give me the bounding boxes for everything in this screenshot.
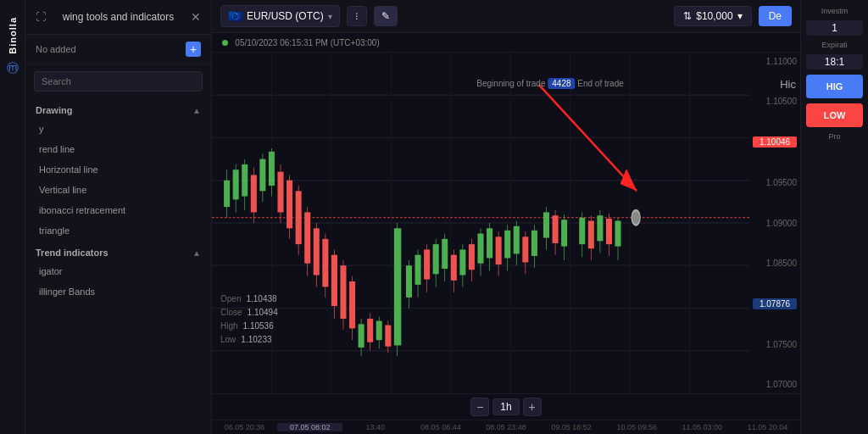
indicators-icon: ⫶	[354, 10, 359, 22]
trade-end-text: End of trade	[577, 79, 623, 88]
svg-rect-101	[615, 220, 621, 246]
price-3: 1.09500	[753, 178, 797, 187]
time-tick-6: 09.05 16:52	[539, 423, 604, 431]
svg-rect-63	[433, 244, 439, 274]
open-label: Open	[220, 292, 241, 306]
trade-badge: 4428	[548, 78, 575, 89]
timeframe-label: 1h	[492, 398, 519, 415]
expand-icon[interactable]: ⛶	[36, 11, 46, 23]
tool-item-bollinger[interactable]: illinger Bands	[25, 281, 211, 302]
svg-rect-75	[487, 228, 492, 258]
pair-selector[interactable]: 🇪🇺 EUR/USD (OTC) ▾	[220, 5, 340, 27]
svg-rect-55	[394, 228, 401, 345]
svg-rect-31	[287, 181, 292, 229]
search-input[interactable]	[34, 71, 203, 92]
balance-dropdown-icon: ▾	[737, 10, 743, 22]
brand-name: Binolla	[8, 17, 18, 54]
svg-rect-47	[359, 324, 364, 348]
tool-item-trendline[interactable]: rend line	[25, 139, 211, 159]
no-added-label: No added	[36, 44, 76, 54]
svg-rect-65	[442, 239, 448, 269]
svg-rect-73	[477, 234, 483, 264]
brand-icon: ⓜ	[7, 61, 19, 76]
chart-container: 🇪🇺 EUR/USD (OTC) ▾ ⫶ ✎ ⇅ $10,000 ▾ De	[212, 0, 800, 434]
svg-rect-71	[469, 244, 475, 270]
zoom-plus-button[interactable]: +	[523, 398, 542, 416]
pencil-icon: ✎	[381, 10, 390, 22]
svg-rect-21	[242, 164, 248, 197]
drawing-tool-button[interactable]: ✎	[374, 6, 398, 26]
indicators-button[interactable]: ⫶	[347, 6, 367, 26]
tool-item-alligator[interactable]: igator	[25, 261, 211, 281]
time-tick-1: 06.05 20:36	[212, 423, 277, 431]
current-price-label: 1.10046	[753, 136, 797, 147]
brand-sidebar: Binolla ⓜ	[0, 0, 25, 434]
chart-bottombar: − 1h +	[212, 393, 800, 420]
svg-rect-69	[459, 249, 465, 275]
zoom-minus-button[interactable]: −	[470, 398, 489, 416]
profit-label: Pro	[806, 132, 863, 141]
trend-collapse-icon: ▲	[192, 248, 201, 258]
balance-value: $10,000	[696, 10, 732, 22]
price-axis: 1.11000 1.10500 1.10046 1.09500 1.09000 …	[749, 53, 800, 393]
time-tick-3: 13:40	[342, 423, 408, 431]
time-tick-5: 08.05 23:48	[473, 423, 538, 431]
tool-item-triangle[interactable]: triangle	[25, 220, 211, 241]
no-added-section: No added +	[25, 35, 211, 64]
svg-rect-35	[304, 212, 310, 263]
svg-rect-59	[415, 255, 421, 285]
svg-rect-25	[259, 159, 265, 192]
close-icon[interactable]: ✕	[191, 10, 201, 24]
svg-rect-83	[522, 236, 528, 262]
svg-rect-51	[376, 321, 382, 341]
price-7: 1.07500	[753, 340, 797, 349]
time-tick-8: 11.05 03:00	[670, 423, 735, 431]
pair-name: EUR/USD (OTC)	[247, 10, 324, 22]
tool-item-vertical[interactable]: Vertical line	[25, 180, 211, 200]
tool-item-fibonacci[interactable]: ibonacci retracement	[25, 200, 211, 220]
add-button[interactable]: +	[186, 42, 201, 57]
tool-item-horizontal[interactable]: Horizontal line	[25, 159, 211, 180]
svg-rect-91	[561, 220, 567, 246]
ohlc-box: Open 1.10438 Close 1.10494 High 1.10536 …	[220, 292, 278, 347]
hic-label: Hic	[780, 78, 796, 91]
svg-rect-37	[314, 228, 320, 275]
low-button[interactable]: LOW	[806, 103, 863, 127]
svg-rect-85	[531, 231, 537, 256]
svg-rect-97	[597, 215, 603, 241]
candlestick-chart	[212, 53, 749, 393]
timestamp-bar: 05/10/2023 06:15:31 PM (UTC+03:00)	[212, 33, 800, 53]
svg-rect-53	[385, 326, 391, 347]
svg-rect-17	[224, 181, 230, 207]
trade-info: Beginning of trade 4428 End of trade	[476, 78, 623, 89]
chart-area[interactable]: Beginning of trade 4428 End of trade Ope…	[212, 53, 800, 393]
deposit-button[interactable]: De	[759, 6, 792, 26]
investment-label: Investm	[806, 7, 863, 15]
svg-point-102	[632, 210, 640, 225]
svg-rect-95	[588, 220, 594, 248]
price-8: 1.07000	[753, 380, 797, 389]
expiration-value: 18:1	[806, 54, 863, 70]
time-tick-2: 07.05 08:02	[277, 423, 342, 431]
high-button[interactable]: HIG	[806, 75, 863, 98]
svg-rect-93	[579, 218, 585, 244]
time-tick-4: 08.05 06:44	[408, 423, 473, 431]
svg-rect-61	[424, 249, 430, 279]
close-label: Close	[220, 306, 242, 320]
trend-section-header[interactable]: Trend indicators ▲	[25, 241, 211, 261]
svg-rect-79	[504, 231, 510, 259]
time-axis: 06.05 20:36 07.05 08:02 13:40 08.05 06:4…	[212, 420, 800, 434]
balance-button[interactable]: ⇅ $10,000 ▾	[674, 6, 751, 26]
time-controls: − 1h +	[470, 398, 541, 416]
tools-title: wing tools and indicators	[63, 11, 174, 23]
live-indicator	[222, 40, 228, 46]
investment-value: 1	[806, 20, 863, 36]
svg-rect-89	[553, 215, 559, 243]
flag-icon: 🇪🇺	[228, 9, 242, 23]
svg-rect-23	[251, 175, 257, 212]
drawing-section-header[interactable]: Drawing ▲	[25, 98, 211, 119]
svg-rect-99	[606, 219, 612, 244]
svg-rect-81	[514, 226, 520, 254]
price-5: 1.08500	[753, 259, 797, 268]
tool-item[interactable]: y	[25, 119, 211, 139]
